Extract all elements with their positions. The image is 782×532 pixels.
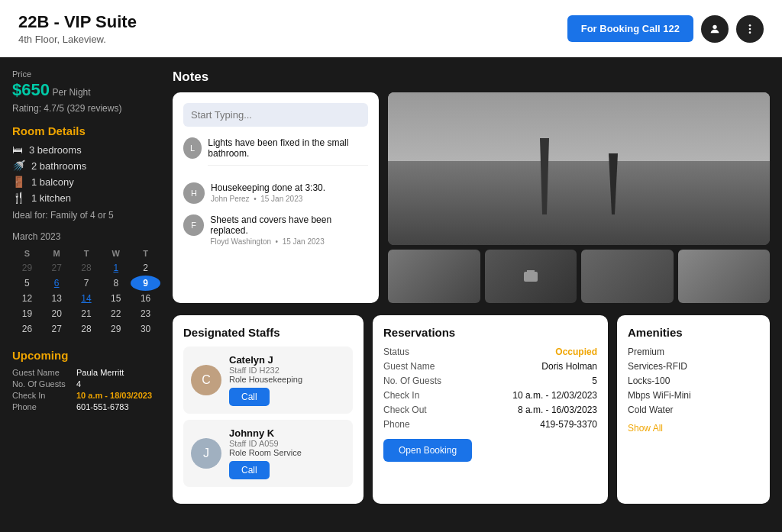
res-status: Occupied [555,347,597,357]
upcoming-title: Upcoming [12,349,160,362]
room-thumbnail[interactable] [678,250,771,303]
cal-day[interactable]: 29 [12,260,42,276]
notes-grid: L Lights have been fixed in the small ba… [173,92,770,303]
room-subtitle: 4th Floor, Lakeview. [18,34,137,45]
bedroom-text: 3 bedrooms [29,144,82,156]
cal-day[interactable]: 6 [42,276,72,291]
room-thumbnail[interactable] [485,250,577,303]
upcoming-phone-row: Phone 601-551-6783 [12,402,160,411]
main-container: Price $650 Per Night Rating: 4.7/5 (329 … [0,57,782,516]
amenity-item: Cold Water [628,405,759,415]
note-meta: John Perez • 15 Jan 2023 [211,195,325,203]
notes-input[interactable] [183,103,368,127]
note-item: F Sheets and covers have been replaced. … [183,214,368,246]
amenity-item: Services-RFID [628,361,759,372]
cal-day[interactable]: 19 [12,306,42,321]
cal-day[interactable]: 26 [12,321,42,337]
staff-item: C Catelyn J Staff ID H232 Role Housekeep… [183,347,353,414]
staff-avatar: J [191,438,221,469]
reservation-row: Status Occupied [383,347,597,357]
upcoming-guests-count: 4 [76,379,81,389]
cal-day[interactable]: 27 [42,260,72,276]
staff-id: Staff ID H232 [229,366,345,375]
cal-day-today[interactable]: 9 [131,276,160,291]
cal-header: W [101,247,131,260]
note-text: Lights have been fixed in the small bath… [208,137,368,159]
price-label: Price [12,69,160,79]
note-avatar: F [183,214,204,236]
cal-day[interactable]: 23 [131,306,160,321]
cal-day[interactable]: 1 [101,260,131,276]
cal-day[interactable]: 28 [72,321,102,337]
main-room-photo [388,92,770,245]
cal-day[interactable]: 28 [72,260,102,276]
cal-day[interactable]: 20 [42,306,72,321]
menu-icon-button[interactable] [736,15,764,43]
reservation-row: No. Of Guests 5 [383,376,597,386]
cal-day[interactable]: 12 [12,291,42,306]
user-icon-button[interactable] [701,15,729,43]
upcoming-section: Upcoming Guest Name Paula Merritt No. Of… [12,349,160,411]
kitchen-icon: 🍴 [12,192,25,204]
cal-day[interactable]: 14 [72,291,102,306]
svg-point-0 [713,24,716,28]
note-meta: Floyd Washington • 15 Jan 2023 [210,237,368,246]
reservation-row: Check In 10 a.m. - 12/03/2023 [383,390,597,401]
cal-day[interactable]: 21 [72,306,102,321]
cal-day[interactable]: 8 [101,276,131,291]
bedroom-icon: 🛏 [12,143,23,156]
building-layer [388,161,770,245]
res-key: Phone [383,419,410,430]
room-thumbnail[interactable] [388,250,480,303]
res-guest-name: Doris Holman [541,361,597,372]
upcoming-checkin-val: 10 a.m - 18/03/2023 [76,391,152,400]
cal-day[interactable]: 22 [101,306,131,321]
reservation-row: Guest Name Doris Holman [383,361,597,372]
cal-day[interactable]: 5 [12,276,42,291]
center-right: Notes L Lights have been fixed in the sm… [173,69,770,504]
bottom-row: Designated Staffs C Catelyn J Staff ID H… [173,315,770,504]
upcoming-guest-name: Paula Merritt [76,368,124,377]
upcoming-guest-row: Guest Name Paula Merritt [12,368,160,377]
staff-id: Staff ID A059 [229,439,345,448]
reservation-row: Check Out 8 a.m. - 16/03/2023 [383,405,597,415]
open-booking-button[interactable]: Open Booking [383,439,472,462]
room-thumbnail[interactable] [581,250,674,303]
show-all-link[interactable]: Show All [628,423,759,434]
cal-day[interactable]: 2 [131,260,160,276]
upcoming-guest-label: Guest Name [12,368,73,377]
notes-title: Notes [173,69,770,85]
staffs-card: Designated Staffs C Catelyn J Staff ID H… [173,315,364,504]
note-avatar: L [183,137,202,159]
booking-call-button[interactable]: For Booking Call 122 [567,15,693,42]
cal-day[interactable]: 13 [42,291,72,306]
upcoming-phone-label: Phone [12,402,73,411]
price-amount: $650 [12,80,50,99]
svg-point-3 [749,31,751,34]
cal-day[interactable]: 30 [131,321,160,337]
res-key: Check Out [383,405,427,415]
res-checkout: 8 a.m. - 16/03/2023 [518,405,597,415]
upcoming-guests-label: No. Of Guests [12,379,73,389]
cal-header: M [42,247,72,260]
amenities-title: Amenities [628,326,759,339]
cal-day[interactable]: 29 [101,321,131,337]
sidebar: Price $650 Per Night Rating: 4.7/5 (329 … [12,69,173,504]
ideal-for: Ideal for: Family of 4 or 5 [12,210,160,221]
cal-day[interactable]: 15 [101,291,131,306]
price-row: $650 Per Night [12,80,160,100]
cal-day[interactable]: 27 [42,321,72,337]
res-key: Check In [383,390,419,401]
note-item: H Housekeeping done at 3:30. John Perez … [183,182,368,204]
cal-day[interactable]: 16 [131,291,160,306]
rating: Rating: 4.7/5 (329 reviews) [12,103,160,114]
staff-avatar: C [191,365,221,395]
staff-role: Role Housekeeping [229,375,345,384]
reservation-row: Phone 419-579-3370 [383,419,597,430]
notes-card: L Lights have been fixed in the small ba… [173,92,379,303]
call-button[interactable]: Call [229,388,270,406]
cal-header: T [131,247,160,260]
staff-name: Johnny K [229,427,345,439]
cal-day[interactable]: 7 [72,276,102,291]
call-button[interactable]: Call [229,461,270,479]
